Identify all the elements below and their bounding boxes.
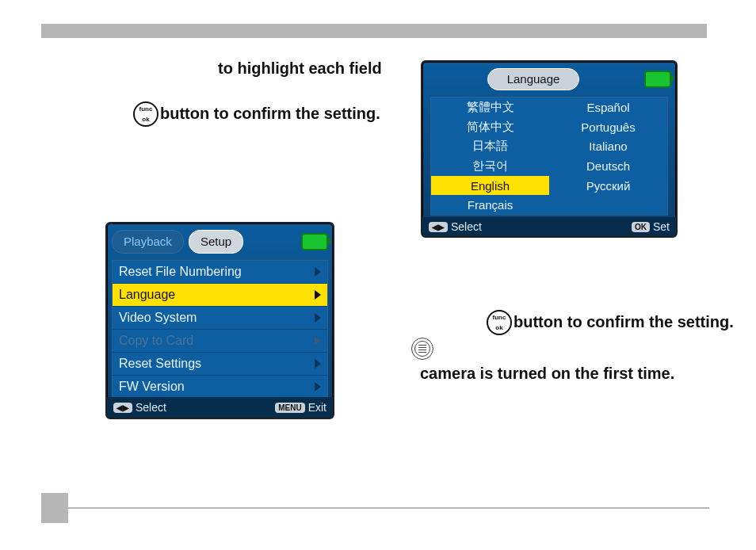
setup-screenshot: Playback Setup Reset File Numbering Lang… — [105, 222, 334, 419]
language-grid: 繁體中文 简体中文 日本語 한국어 English Français Españ… — [430, 97, 668, 216]
func-ok-icon — [487, 310, 517, 335]
language-screenshot: Language 繁體中文 简体中文 日本語 한국어 English Franç… — [421, 60, 678, 238]
footer-rule — [67, 507, 709, 509]
note-icon — [411, 338, 433, 360]
menu-key-icon: MENU — [275, 403, 304, 413]
instruction-highlight: to highlight each field — [218, 59, 382, 78]
setup-item-reset-file-numbering[interactable]: Reset File Numbering — [113, 261, 327, 284]
chevron-right-icon — [315, 290, 321, 300]
select-key-icon: ◀▶ — [113, 403, 132, 413]
instruction-confirm-1: button to confirm the setting. — [160, 105, 380, 123]
func-ok-icon — [133, 101, 163, 127]
tab-playback[interactable]: Playback — [112, 230, 184, 254]
setup-item-copy-to-card: Copy to Card — [113, 330, 327, 353]
chevron-right-icon — [315, 313, 321, 323]
setup-item-video-system[interactable]: Video System — [113, 307, 327, 330]
battery-icon — [644, 71, 671, 88]
lang-ko[interactable]: 한국어 — [431, 156, 549, 176]
footer-select-label: Select — [136, 401, 166, 414]
lang-ja[interactable]: 日本語 — [431, 136, 549, 156]
battery-icon — [301, 233, 328, 250]
language-footer: ◀▶Select OKSet — [422, 217, 676, 236]
setup-footer: ◀▶Select MENUExit — [107, 397, 333, 418]
ok-key-icon: OK — [632, 222, 650, 232]
header-bar — [41, 24, 707, 38]
instruction-confirm-2: button to confirm the setting. — [514, 313, 734, 331]
lang-ru[interactable]: Русский — [549, 176, 667, 196]
footer-set-label: Set — [653, 220, 670, 233]
lang-es[interactable]: Español — [549, 97, 667, 117]
lang-it[interactable]: Italiano — [549, 136, 667, 156]
language-col-right: Español Português Italiano Deutsch Русск… — [549, 97, 667, 215]
lang-en[interactable]: English — [431, 176, 549, 196]
page-number-box — [41, 493, 68, 523]
setup-item-fw-version[interactable]: FW Version — [113, 376, 327, 398]
footer-exit-label: Exit — [308, 401, 326, 414]
lang-zh-tw[interactable]: 繁體中文 — [431, 97, 549, 117]
lang-empty — [549, 195, 667, 215]
lang-de[interactable]: Deutsch — [549, 156, 667, 176]
chevron-right-icon — [315, 336, 321, 346]
chevron-right-icon — [315, 267, 321, 277]
instruction-first-time: camera is turned on the first time. — [420, 365, 674, 383]
lang-fr[interactable]: Français — [431, 195, 549, 215]
footer-select-label: Select — [451, 220, 482, 233]
chevron-right-icon — [315, 382, 321, 391]
lang-pt[interactable]: Português — [549, 117, 667, 137]
setup-menu-list: Reset File Numbering Language Video Syst… — [112, 260, 328, 399]
select-key-icon: ◀▶ — [429, 222, 448, 232]
lang-zh-cn[interactable]: 简体中文 — [431, 117, 549, 137]
setup-item-reset-settings[interactable]: Reset Settings — [113, 353, 327, 376]
language-header: Language — [422, 62, 676, 94]
setup-item-language[interactable]: Language — [113, 284, 327, 307]
language-col-left: 繁體中文 简体中文 日本語 한국어 English Français — [431, 97, 549, 215]
language-title: Language — [487, 68, 580, 90]
tab-setup[interactable]: Setup — [189, 230, 243, 254]
setup-tabs: Playback Setup — [107, 223, 333, 257]
chevron-right-icon — [315, 359, 321, 369]
